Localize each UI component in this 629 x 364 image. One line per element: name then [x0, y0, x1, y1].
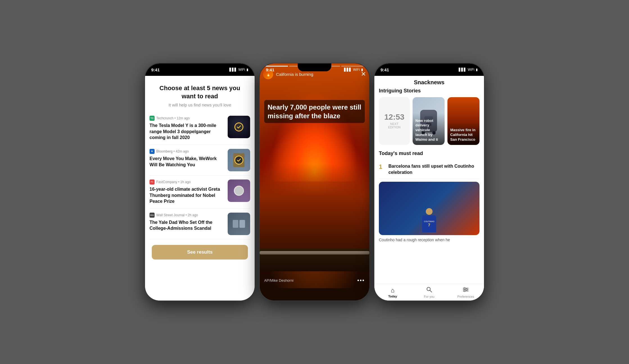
phone-1: 9:41 ▋▋▋ WiFi ▮ Choose at least 5 news y…	[145, 63, 255, 301]
news-item-text-4: WSJ Wall Street Journal • 2h ago The Yal…	[150, 213, 224, 231]
status-time-1: 9:41	[151, 67, 160, 72]
story-more-button[interactable]: •••	[357, 277, 365, 284]
phone-2-screen: 9:41 ▋▋▋ WiFi ▮	[260, 63, 369, 301]
nav-today-label: Today	[388, 295, 397, 298]
app-title: Snacknews	[379, 79, 479, 86]
checkmark-icon-2	[237, 158, 241, 162]
svg-point-7	[464, 290, 465, 292]
must-read-num-1: 1	[379, 163, 385, 170]
status-icons-1: ▋▋▋ WiFi ▮	[229, 68, 248, 72]
news-item-text-3: FC FastCompany • 1h ago 16-year-old clim…	[150, 179, 224, 204]
nav-foryou-label: For you	[424, 295, 434, 298]
checkmark-icon-1	[237, 125, 241, 129]
status-icons-3: ▋▋▋ WiFi ▮	[459, 68, 478, 72]
nav-preferences[interactable]: Preferences	[447, 286, 484, 298]
source-name-1: Techcrunch • 12m ago	[156, 116, 190, 120]
next-edition-label: NEXTEDITION	[388, 122, 401, 129]
source-row-2: B Bloomberg • 42m ago	[150, 149, 224, 154]
phone-1-screen: 9:41 ▋▋▋ WiFi ▮ Choose at least 5 news y…	[145, 63, 255, 301]
headline-4: The Yale Dad Who Set Off the College-Adm…	[150, 219, 224, 231]
player-number: 7	[428, 223, 430, 227]
story-card-fire[interactable]: Massive fire in California hit San Franc…	[447, 97, 479, 145]
news-item-text-2: B Bloomberg • 42m ago Every Move You Mak…	[150, 149, 224, 168]
source-logo-b: B	[150, 149, 155, 154]
phone-3-screen: 9:41 ▋▋▋ WiFi ▮ Snacknews Intriguing Sto…	[374, 63, 484, 301]
stories-row: 12:53 NEXTEDITION	[379, 97, 479, 145]
fire-card-caption: Massive fire in California hit San Franc…	[447, 122, 479, 145]
list-item[interactable]: B Bloomberg • 42m ago Every Move You Mak…	[150, 145, 250, 176]
list-item[interactable]: WSJ Wall Street Journal • 2h ago The Yal…	[150, 209, 250, 239]
source-name-4: Wall Street Journal • 2h ago	[156, 213, 198, 217]
article-teaser: Coutinho had a rough reception when he	[379, 237, 479, 245]
check-circle-1	[234, 122, 243, 131]
source-row-4: WSJ Wall Street Journal • 2h ago	[150, 213, 224, 218]
status-bar-2: 9:41 ▋▋▋ WiFi ▮	[260, 63, 369, 76]
see-results-label: See results	[187, 249, 213, 255]
coutinho-bg: COUTINHO 7	[379, 182, 479, 235]
app-scroll-area[interactable]: Intriguing Stories 12:53 NEXTEDITION	[374, 88, 484, 284]
thumb-2[interactable]	[228, 149, 250, 171]
news-item-text-1: TC Techcrunch • 12m ago The Tesla Model …	[150, 116, 224, 141]
home-icon: ⌂	[391, 287, 394, 294]
check-overlay-1	[228, 116, 250, 138]
wifi-icon-2: WiFi	[353, 68, 360, 72]
battery-icon: ▮	[246, 68, 248, 72]
guardrail	[260, 251, 369, 254]
status-time-2: 9:41	[266, 67, 274, 72]
source-logo-wsj: WSJ	[150, 213, 155, 218]
list-item[interactable]: TC Techcrunch • 12m ago The Tesla Model …	[150, 112, 250, 145]
story-screen[interactable]: 🔥 California is burning ✕ Nearly 7,000 p…	[260, 63, 369, 288]
list-item[interactable]: FC FastCompany • 1h ago 16-year-old clim…	[150, 176, 250, 209]
next-edition-card[interactable]: 12:53 NEXTEDITION	[379, 97, 410, 145]
thumb-1[interactable]	[228, 116, 250, 138]
notch-1	[183, 63, 217, 71]
robot-card-caption: New robot delivery vehicule launch by Wa…	[413, 113, 445, 145]
preferences-icon	[463, 286, 469, 294]
headline-1: The Tesla Model Y is a 300-mile range Mo…	[150, 122, 224, 141]
status-bar-3: 9:41 ▋▋▋ WiFi ▮	[374, 63, 484, 76]
must-read-section: Today's must read 1 Barcelona fans still…	[379, 151, 479, 179]
nav-foryou[interactable]: For you	[411, 286, 447, 298]
see-results-button[interactable]: See results	[152, 245, 248, 260]
story-card-robot[interactable]: New robot delivery vehicule launch by Wa…	[413, 97, 445, 145]
player-head	[426, 208, 433, 215]
thumb-4[interactable]	[228, 213, 250, 235]
svg-point-0	[427, 287, 430, 291]
source-row-3: FC FastCompany • 1h ago	[150, 179, 224, 185]
nav-today[interactable]: ⌂ Today	[374, 287, 411, 298]
player-body: COUTINHO 7	[422, 215, 436, 232]
onboarding-title: Choose at least 5 news you want to read	[152, 84, 248, 100]
must-read-item-1[interactable]: 1 Barcelona fans still upset with Coutin…	[379, 160, 479, 179]
robot-card-caption-text: New robot delivery vehicule launch by Wa…	[415, 119, 442, 142]
onboarding-screen: Choose at least 5 news you want to read …	[145, 76, 255, 301]
source-name-3: FastCompany • 1h ago	[156, 180, 191, 184]
featured-image[interactable]: COUTINHO 7	[379, 182, 479, 235]
phone-3: 9:41 ▋▋▋ WiFi ▮ Snacknews Intriguing Sto…	[374, 63, 484, 301]
check-overlay-2	[228, 149, 250, 171]
status-bar-1: 9:41 ▋▋▋ WiFi ▮	[145, 63, 255, 76]
source-name-2: Bloomberg • 42m ago	[156, 149, 189, 153]
story-footer: AP/Mike Deshorni •••	[264, 277, 365, 284]
signal-icon-3: ▋▋▋	[459, 68, 466, 72]
nav-preferences-label: Preferences	[457, 295, 474, 298]
phone-2: 9:41 ▋▋▋ WiFi ▮	[260, 63, 369, 301]
snacknews-screen: Snacknews Intriguing Stories 12:53 NEXTE…	[374, 76, 484, 301]
source-logo-fc: FC	[150, 179, 155, 185]
search-icon	[426, 286, 432, 294]
player-name: COUTINHO	[424, 220, 434, 222]
notch-3	[412, 63, 446, 71]
svg-line-1	[430, 290, 432, 292]
bottom-navigation: ⌂ Today For you Preferences	[374, 284, 484, 301]
status-time-3: 9:41	[381, 67, 389, 72]
story-credit: AP/Mike Deshorni	[264, 278, 293, 283]
intriguing-stories-label: Intriguing Stories	[379, 88, 479, 94]
next-edition-time: 12:53	[384, 113, 404, 121]
story-caption-text: Nearly 7,000 people were still missing a…	[268, 103, 361, 120]
status-icons-2: ▋▋▋ WiFi ▮	[344, 68, 363, 72]
thumb-3[interactable]	[228, 179, 250, 202]
onboarding-header: Choose at least 5 news you want to read …	[145, 76, 255, 112]
onboarding-subtitle: It will help us find news you'll love	[152, 103, 248, 107]
player-figure: COUTINHO 7	[419, 208, 439, 232]
app-header: Snacknews	[374, 76, 484, 88]
signal-icon-2: ▋▋▋	[344, 68, 352, 72]
